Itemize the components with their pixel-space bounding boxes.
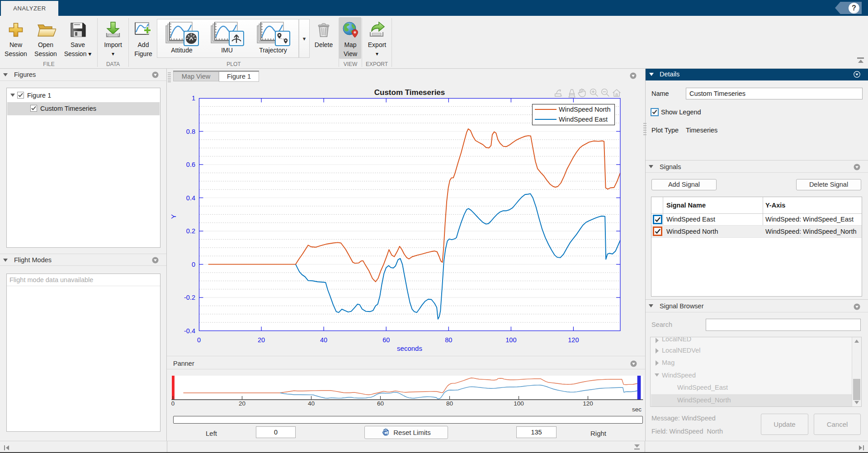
svg-text:60: 60	[377, 400, 384, 407]
svg-text:0: 0	[171, 400, 175, 407]
svg-text:100: 100	[514, 400, 524, 407]
svg-text:sec: sec	[632, 406, 642, 413]
svg-text:0.2: 0.2	[186, 227, 195, 235]
svg-text:Y: Y	[170, 214, 177, 219]
svg-text:1: 1	[192, 94, 195, 102]
svg-text:-0.4: -0.4	[184, 327, 195, 335]
svg-text:WindSpeed East: WindSpeed East	[559, 116, 608, 123]
svg-text:40: 40	[308, 400, 315, 407]
svg-text:Custom Timeseries: Custom Timeseries	[374, 88, 445, 97]
svg-text:0.8: 0.8	[186, 128, 195, 135]
svg-text:WindSpeed North: WindSpeed North	[559, 106, 610, 113]
svg-text:0: 0	[197, 336, 201, 344]
svg-text:80: 80	[446, 400, 453, 407]
svg-text:40: 40	[320, 336, 327, 344]
svg-text:0.6: 0.6	[186, 161, 195, 168]
svg-text:60: 60	[382, 336, 390, 344]
svg-text:100: 100	[505, 336, 516, 344]
svg-text:20: 20	[258, 336, 265, 344]
svg-text:120: 120	[568, 336, 579, 344]
svg-text:-0.2: -0.2	[184, 294, 195, 301]
svg-text:0.4: 0.4	[186, 194, 195, 202]
svg-text:20: 20	[239, 400, 245, 407]
svg-text:80: 80	[445, 336, 452, 344]
svg-text:0: 0	[192, 261, 195, 268]
svg-text:seconds: seconds	[397, 344, 422, 352]
svg-text:120: 120	[583, 400, 593, 407]
